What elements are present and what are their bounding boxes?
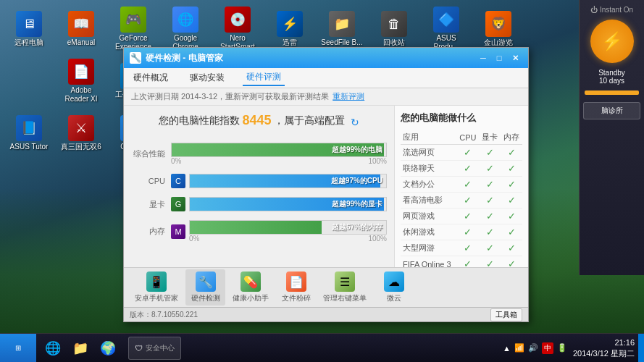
version-text: 版本：8.7.10550.221 [130,310,198,320]
power-icon: ⏻ [590,6,598,14]
bottom-btn-label-phone: 安卓手机管家 [135,293,178,303]
maximize-button[interactable]: □ [492,51,506,64]
gauge-fill-gpu: 超越99%的显卡 [190,198,384,211]
close-button[interactable]: ✕ [508,51,522,64]
taskbar-app-security[interactable]: 🛡 安全中心 [128,337,181,360]
check-icon: ✓ [459,211,477,222]
bottom-btn-label-file: 文件粉碎 [282,293,311,303]
window-statusbar: 版本：8.7.10550.221 工具箱 [124,307,528,321]
check-icon: ✓ [481,147,498,158]
status-bar: 上次评测日期 2014-3-12，重新评测可获取最新评测结果 重新评测 [124,88,528,106]
main-content: 您的电脑性能指数 8445 ，属于高端配置 ↻ 综合性能 [124,106,528,267]
tray-up-arrow[interactable]: ▲ [503,344,511,353]
check-icon: ✓ [459,179,477,190]
window-title: 硬件检测 - 电脑管家 [146,52,223,64]
bottom-btn-label-hardware: 硬件检测 [191,293,220,303]
desktop-icon-cloud-pc[interactable]: 🖥 远程电脑 [4,4,54,54]
window-menu-bar: 硬件概况 驱动安装 硬件评测 [124,68,528,88]
ime-icon: 中 [542,342,553,354]
instant-on-panel: ⏻ Instant On ⚡ Standby10 days 脑诊所 [579,0,644,275]
desktop-icon-sanguo[interactable]: ⚔ 真三国无双6 [56,108,106,159]
gauge-section: 综合性能 超越99%的电脑 0% 100% [131,143,387,243]
gauge-bar-cpu: 超越97%的CPU [189,174,387,188]
score-value: 8445 [242,113,271,128]
standby-button[interactable]: ⚡ [590,20,634,63]
table-row: FIFA Online 3 ✓ ✓ ✓ [401,256,522,268]
refresh-icon[interactable]: ↻ [351,117,359,128]
gauge-bar-wrapper-overall: 超越99%的电脑 [171,143,387,157]
window-controls: ─ □ ✕ [476,51,522,64]
check-icon: ✓ [459,163,477,174]
desktop-icon-asus-tutor[interactable]: 📘 ASUS Tutor [4,108,54,159]
taskbar-chrome-icon[interactable]: 🌍 [95,335,121,361]
phone-icon: 📱 [146,272,167,292]
battery-icon: 🔋 [557,343,567,353]
taskbar-clock[interactable]: 21:16 2014/3/12 星期二 [573,337,638,358]
brain-clinic-btn[interactable]: 脑诊所 [583,102,640,119]
gauge-label-cpu: CPU [131,177,171,185]
gauge-label-overall: 综合性能 [131,148,171,159]
toolbox-button[interactable]: 工具箱 [490,308,522,321]
gauge-bar-wrapper-cpu: 超越97%的CPU [189,174,387,188]
gauge-row-overall: 综合性能 超越99%的电脑 0% 100% [131,143,387,165]
check-icon: ✓ [459,258,477,267]
volume-icon: 🔊 [528,343,538,353]
bottom-btn-label-health: 健康小助手 [233,293,269,303]
window-bottom-toolbar: 📱 安卓手机管家 🔧 硬件检测 💊 健康小助手 📄 文件粉碎 ☰ 管理右键菜单 … [124,267,528,307]
status-text: 上次评测日期 2014-3-12，重新评测可获取最新评测结果 [131,91,329,102]
left-content-panel: 您的电脑性能指数 8445 ，属于高端配置 ↻ 综合性能 [124,106,394,267]
col-header-app: 应用 [401,130,456,145]
standby-label: Standby10 days [598,69,625,85]
minimize-button[interactable]: ─ [476,51,490,64]
check-icon: ✓ [459,227,477,237]
check-icon: ✓ [503,195,520,206]
right-panel-title: 您的电脑能做什么 [401,111,522,125]
bottom-btn-phone[interactable]: 📱 安卓手机管家 [131,269,182,306]
start-button[interactable]: ⊞ [0,334,36,363]
col-header-cpu: CPU [456,130,479,145]
taskbar-quick-launch: 🌐 📁 🌍 [36,335,125,361]
gauge-label-mem: 内存 [131,226,171,237]
check-icon: ✓ [481,195,498,206]
bottom-btn-manage[interactable]: ☰ 管理右键菜单 [319,269,370,306]
show-desktop-button[interactable] [638,334,644,363]
col-header-gpu: 显卡 [479,130,501,145]
gauge-bar-overall: 超越99%的电脑 0% 100% [171,143,387,165]
gpu-icon: G [171,197,185,211]
mem-icon: M [171,224,185,239]
desktop-icon-emanual[interactable]: 📖 eManual [56,4,106,54]
score-section: 您的电脑性能指数 8445 ，属于高端配置 ↻ [131,113,387,132]
right-panel-actions: 脑诊所 [583,102,640,119]
desktop: 🖥 远程电脑 📖 eManual 🎮 GeForce Experience 🌐 … [0,0,644,362]
check-icon: ✓ [503,211,520,222]
retest-link[interactable]: 重新评测 [333,91,364,102]
taskbar-explorer-icon[interactable]: 📁 [67,335,93,361]
bottom-btn-file[interactable]: 📄 文件粉碎 [276,269,316,306]
bottom-btn-hardware[interactable]: 🔧 硬件检测 [185,269,225,306]
table-row: 流选网页 ✓ ✓ ✓ [401,145,522,161]
taskbar-running-apps: 🛡 安全中心 [125,337,497,360]
instant-on-header: ⏻ Instant On [590,6,633,14]
taskbar-ie-icon[interactable]: 🌐 [40,335,66,361]
table-row: 网页游戏 ✓ ✓ ✓ [401,209,522,224]
menu-hardware-test[interactable]: 硬件评测 [243,70,285,86]
bottom-btn-cloud[interactable]: ☁ 微云 [374,269,414,306]
network-icon: 📶 [514,343,524,353]
menu-driver-install[interactable]: 驱动安装 [186,70,228,85]
gauge-row-mem: 内存 M 超越67%的内存 0% 100% [131,220,387,243]
taskbar-tray: ▲ 📶 🔊 中 🔋 [497,342,573,354]
check-icon: ✓ [481,163,498,174]
gauge-bar-gpu: 超越99%的显卡 [189,197,387,211]
desktop-icon-acrobat[interactable]: 📄 Adobe Reader XI [56,56,106,106]
bottom-btn-health[interactable]: 💊 健康小助手 [229,269,272,306]
gauge-label-text-gpu: 超越99%的显卡 [332,199,382,209]
menu-hardware-overview[interactable]: 硬件概况 [130,70,172,85]
table-row: 联络聊天 ✓ ✓ ✓ [401,161,522,177]
taskbar: ⊞ 🌐 📁 🌍 🛡 安全中心 ▲ 📶 🔊 中 🔋 [0,333,644,362]
bottom-btn-label-cloud: 微云 [387,293,401,303]
gauge-row-gpu: 显卡 G 超越99%的显卡 [131,197,387,211]
cpu-icon: C [171,174,185,188]
gauge-label-text-overall: 超越99%的电脑 [332,145,382,155]
table-row: 大型网游 ✓ ✓ ✓ [401,240,522,256]
check-icon: ✓ [459,147,477,158]
